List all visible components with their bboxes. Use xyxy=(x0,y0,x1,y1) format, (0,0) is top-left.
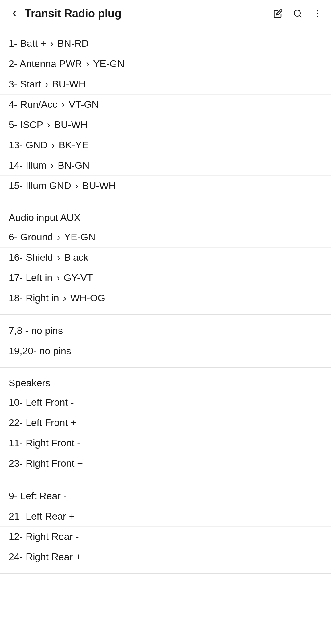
list-item: 6- Ground › YE-GN xyxy=(0,227,331,248)
list-item: 18- Right in › WH-OG xyxy=(0,288,331,308)
speakers-rear-section: 9- Left Rear - 21- Left Rear + 12- Right… xyxy=(0,480,331,574)
edit-button[interactable] xyxy=(271,6,285,21)
search-button[interactable] xyxy=(290,6,305,21)
app-header: Transit Radio plug xyxy=(0,0,331,27)
svg-line-1 xyxy=(300,15,301,17)
list-item: 9- Left Rear - xyxy=(0,486,331,506)
list-item: 23- Right Front + xyxy=(0,453,331,473)
audio-aux-section: Audio input AUX 6- Ground › YE-GN 16- Sh… xyxy=(0,202,331,315)
list-item: 19,20- no pins xyxy=(0,341,331,361)
list-item: 12- Right Rear - xyxy=(0,527,331,547)
back-button[interactable] xyxy=(6,6,22,22)
no-pins-section: 7,8 - no pins 19,20- no pins xyxy=(0,315,331,368)
list-item: 3- Start › BU-WH xyxy=(0,74,331,95)
header-actions xyxy=(271,6,325,21)
list-item: 11- Right Front - xyxy=(0,433,331,453)
list-item: 22- Left Front + xyxy=(0,413,331,433)
list-item: 14- Illum › BN-GN xyxy=(0,155,331,176)
list-item: 5- ISCP › BU-WH xyxy=(0,115,331,135)
svg-point-2 xyxy=(317,10,318,11)
list-item: 1- Batt + › BN-RD xyxy=(0,34,331,54)
power-section: 1- Batt + › BN-RD 2- Antenna PWR › YE-GN… xyxy=(0,27,331,202)
main-content: 1- Batt + › BN-RD 2- Antenna PWR › YE-GN… xyxy=(0,27,331,574)
list-item: 24- Right Rear + xyxy=(0,547,331,567)
list-item: 10- Left Front - xyxy=(0,392,331,413)
list-item: 17- Left in › GY-VT xyxy=(0,268,331,288)
svg-point-3 xyxy=(317,13,318,14)
list-item: 16- Shield › Black xyxy=(0,248,331,268)
list-item: 21- Left Rear + xyxy=(0,506,331,527)
audio-aux-title: Audio input AUX xyxy=(0,208,331,227)
more-button[interactable] xyxy=(310,6,325,21)
speakers-title: Speakers xyxy=(0,374,331,392)
list-item: 13- GND › BK-YE xyxy=(0,135,331,155)
list-item: 7,8 - no pins xyxy=(0,321,331,341)
page-title: Transit Radio plug xyxy=(25,7,271,20)
svg-point-4 xyxy=(317,16,318,17)
list-item: 2- Antenna PWR › YE-GN xyxy=(0,54,331,74)
list-item: 15- Illum GND › BU-WH xyxy=(0,176,331,196)
list-item: 4- Run/Acc › VT-GN xyxy=(0,95,331,115)
speakers-front-section: Speakers 10- Left Front - 22- Left Front… xyxy=(0,368,331,480)
